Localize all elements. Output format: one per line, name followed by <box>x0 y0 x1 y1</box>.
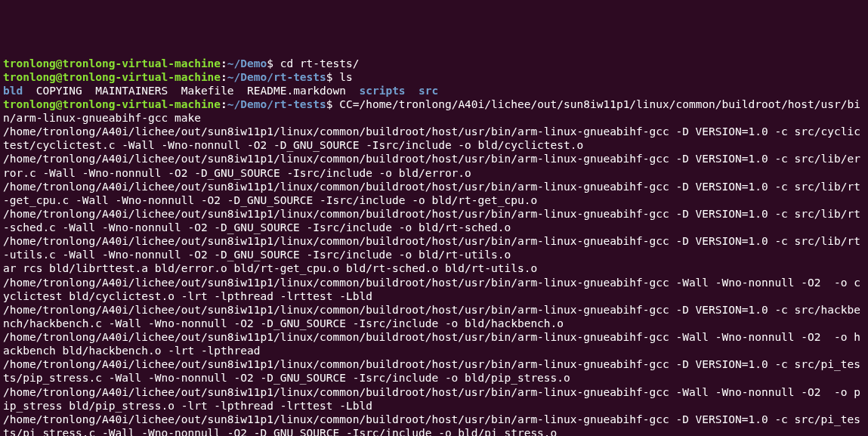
make-output-line: /home/tronlong/A40i/lichee/out/sun8iw11p… <box>3 303 865 330</box>
command: ls <box>339 71 352 83</box>
file-entry: COPYING <box>36 85 82 97</box>
cwd-path: ~/Demo/rt-tests <box>227 98 326 110</box>
prompt-dollar: $ <box>326 98 339 110</box>
make-output-line: /home/tronlong/A40i/lichee/out/sun8iw11p… <box>3 207 865 234</box>
prompt-dollar: $ <box>267 57 280 70</box>
colon: : <box>221 71 227 83</box>
make-output-line: /home/tronlong/A40i/lichee/out/sun8iw11p… <box>3 152 865 179</box>
ls-output: bld COPYING MAINTAINERS Makefile README.… <box>3 84 865 97</box>
prompt-dollar: $ <box>326 71 339 83</box>
file-entry: Makefile <box>181 85 234 97</box>
make-output-line: /home/tronlong/A40i/lichee/out/sun8iw11p… <box>3 413 865 436</box>
cwd-path: ~/Demo/rt-tests <box>227 71 326 83</box>
make-output-line: /home/tronlong/A40i/lichee/out/sun8iw11p… <box>3 276 865 303</box>
dir-entry: bld <box>3 85 23 97</box>
prompt-line-3: tronlong@tronlong-virtual-machine:~/Demo… <box>3 97 865 125</box>
make-output-line: /home/tronlong/A40i/lichee/out/sun8iw11p… <box>3 125 865 152</box>
dir-entry: scripts <box>359 85 405 97</box>
prompt-line-2: tronlong@tronlong-virtual-machine:~/Demo… <box>3 70 865 84</box>
file-entry: MAINTAINERS <box>95 85 168 97</box>
dir-entry: src <box>419 85 438 97</box>
make-output-line: /home/tronlong/A40i/lichee/out/sun8iw11p… <box>3 234 865 261</box>
make-output-line: /home/tronlong/A40i/lichee/out/sun8iw11p… <box>3 180 865 207</box>
colon: : <box>221 98 227 110</box>
make-output-line: /home/tronlong/A40i/lichee/out/sun8iw11p… <box>3 385 865 413</box>
user-host: tronlong@tronlong-virtual-machine <box>3 71 221 83</box>
prompt-line-1: tronlong@tronlong-virtual-machine:~/Demo… <box>3 57 865 70</box>
cwd-path: ~/Demo <box>227 57 267 70</box>
command: cd rt-tests/ <box>280 57 360 70</box>
make-output-line: /home/tronlong/A40i/lichee/out/sun8iw11p… <box>3 330 865 357</box>
make-output-line: /home/tronlong/A40i/lichee/out/sun8iw11p… <box>3 357 865 385</box>
terminal[interactable]: tronlong@tronlong-virtual-machine:~/Demo… <box>3 57 865 437</box>
user-host: tronlong@tronlong-virtual-machine <box>3 98 221 110</box>
colon: : <box>221 57 227 70</box>
user-host: tronlong@tronlong-virtual-machine <box>3 57 221 70</box>
file-entry: README.markdown <box>247 85 346 97</box>
make-output-line: ar rcs bld/librttest.a bld/error.o bld/r… <box>3 261 865 275</box>
